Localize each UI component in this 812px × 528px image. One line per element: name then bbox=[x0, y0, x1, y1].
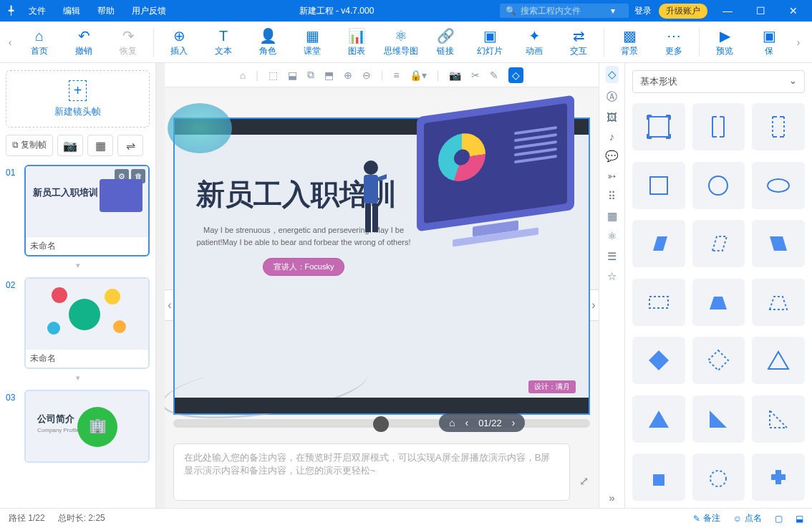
shape-dashed-brackets[interactable] bbox=[752, 103, 805, 150]
shape-parallelogram-alt[interactable] bbox=[752, 220, 805, 267]
expand-notes-icon[interactable]: ⤢ bbox=[579, 474, 589, 488]
ribbon-slides[interactable]: ▣幻灯片 bbox=[468, 22, 512, 62]
shape-trapezoid[interactable] bbox=[692, 279, 745, 326]
slide-thumbnail-1[interactable]: ⚙🗑 新员工入职培训 未命名 bbox=[24, 165, 150, 256]
upgrade-button[interactable]: 升级账户 bbox=[659, 4, 707, 19]
slide-thumbnail-3[interactable]: 公司简介 Company Profile 🏢 bbox=[24, 390, 150, 463]
zoom-out-icon[interactable]: ⊖ bbox=[362, 69, 371, 81]
tool-icon[interactable]: ⬒ bbox=[324, 69, 334, 81]
shapes-tab-icon[interactable]: ◇ bbox=[606, 66, 619, 83]
canvas-stage[interactable]: 新员工入职培训 May I be strenuous，energetic and… bbox=[173, 117, 590, 415]
search-input[interactable] bbox=[521, 6, 606, 16]
shape-square[interactable] bbox=[632, 162, 685, 209]
camera-icon[interactable]: 📷 bbox=[449, 69, 461, 81]
ribbon-bg[interactable]: ▩背景 bbox=[607, 22, 652, 62]
shape-rect-dashed[interactable] bbox=[632, 279, 685, 326]
ribbon-save[interactable]: ▣保 bbox=[747, 22, 791, 62]
play-next-icon[interactable]: › bbox=[512, 417, 516, 428]
shape-parallelogram-fill[interactable] bbox=[632, 220, 685, 267]
shape-trapezoid-dashed[interactable] bbox=[752, 279, 805, 326]
ribbon-insert[interactable]: ⊕插入 bbox=[157, 22, 201, 62]
apps-tab-icon[interactable]: ⠿ bbox=[608, 190, 616, 203]
ribbon-class[interactable]: ▦课堂 bbox=[290, 22, 334, 62]
ribbon-more[interactable]: ⋯更多 bbox=[652, 22, 696, 62]
shape-diamond[interactable] bbox=[632, 337, 685, 384]
shape-circle[interactable] bbox=[692, 162, 745, 209]
close-button[interactable]: ✕ bbox=[780, 5, 806, 16]
shape-partial[interactable] bbox=[632, 453, 685, 501]
slide-illustration[interactable] bbox=[417, 106, 574, 241]
home-icon[interactable]: ⌂ bbox=[240, 69, 246, 81]
layers-tab-icon[interactable]: ☰ bbox=[607, 250, 617, 263]
image-tab-icon[interactable]: 🖼 bbox=[606, 111, 617, 123]
shape-right-triangle[interactable] bbox=[692, 395, 745, 443]
shape-cross[interactable] bbox=[752, 453, 805, 501]
shape-circle-dashed[interactable] bbox=[692, 453, 745, 501]
shape-diamond-dashed[interactable] bbox=[692, 337, 745, 384]
shape-triangle-outline[interactable] bbox=[752, 337, 805, 384]
lock-icon[interactable]: 🔒▾ bbox=[410, 69, 427, 81]
status-layers-icon[interactable]: ⬓ bbox=[796, 512, 803, 524]
status-play-icon[interactable]: ▢ bbox=[775, 512, 783, 524]
ribbon-mindmap[interactable]: ⚛思维导图 bbox=[379, 22, 423, 62]
horizontal-scrollbar[interactable] bbox=[173, 419, 590, 428]
status-notes[interactable]: ✎ 备注 bbox=[693, 512, 720, 524]
ribbon-prev[interactable]: ‹ bbox=[3, 37, 17, 48]
menu-file[interactable]: 文件 bbox=[21, 2, 53, 20]
search-dropdown-icon[interactable]: ▾ bbox=[611, 6, 615, 16]
zoom-in-icon[interactable]: ⊕ bbox=[344, 69, 352, 81]
shape-right-triangle-dashed[interactable] bbox=[752, 395, 805, 443]
tool-icon[interactable]: ⬓ bbox=[288, 69, 297, 81]
atom-tab-icon[interactable]: ⚛ bbox=[607, 230, 617, 243]
camera-button[interactable]: 📷 bbox=[57, 135, 83, 156]
sidebar-scrollbar[interactable] bbox=[156, 63, 165, 508]
chat-tab-icon[interactable]: 💬 bbox=[605, 150, 619, 163]
ribbon-next[interactable]: › bbox=[791, 37, 806, 48]
play-prev-icon[interactable]: ‹ bbox=[465, 417, 468, 428]
login-link[interactable]: 登录 bbox=[634, 5, 652, 17]
menu-edit[interactable]: 编辑 bbox=[56, 2, 87, 20]
shape-ellipse[interactable] bbox=[752, 162, 805, 209]
status-roll[interactable]: ☺ 点名 bbox=[733, 512, 762, 524]
ribbon-anim[interactable]: ✦动画 bbox=[512, 22, 556, 62]
shape-square-outline[interactable] bbox=[632, 103, 685, 150]
collapse-icon[interactable]: ▾ bbox=[6, 373, 150, 383]
search-box[interactable]: 🔍 ▾ bbox=[500, 4, 629, 18]
qr-button[interactable]: ▦ bbox=[87, 135, 113, 156]
ribbon-link[interactable]: 🔗链接 bbox=[423, 22, 468, 62]
copy-frame-button[interactable]: ⧉ 复制帧 bbox=[6, 135, 53, 156]
slide-thumbnail-2[interactable]: 未命名 bbox=[24, 277, 150, 369]
ribbon-home[interactable]: ⌂首页 bbox=[17, 22, 62, 62]
menu-feedback[interactable]: 用户反馈 bbox=[125, 2, 173, 20]
maximize-button[interactable]: ☐ bbox=[748, 5, 773, 16]
tool-icon[interactable]: ⧉ bbox=[307, 69, 314, 81]
compass-tab-icon[interactable]: ➳ bbox=[607, 170, 617, 183]
ribbon-redo[interactable]: ↷恢复 bbox=[106, 22, 150, 62]
shuffle-button[interactable]: ⇌ bbox=[117, 135, 143, 156]
ribbon-role[interactable]: 👤角色 bbox=[246, 22, 290, 62]
grid-tab-icon[interactable]: ▦ bbox=[607, 210, 617, 223]
star-tab-icon[interactable]: ☆ bbox=[607, 270, 617, 283]
presenter-badge[interactable]: 宣讲人：Focusky bbox=[263, 258, 345, 276]
ribbon-interact[interactable]: ⇄交互 bbox=[556, 22, 601, 62]
crop-icon[interactable]: ✂ bbox=[471, 69, 480, 81]
shape-tool-icon[interactable]: ◇ bbox=[508, 67, 523, 83]
collapse-right-icon[interactable]: » bbox=[609, 491, 614, 504]
ribbon-preview[interactable]: ▶预览 bbox=[702, 22, 747, 62]
edit-icon[interactable]: ✎ bbox=[490, 69, 498, 81]
notes-textarea[interactable]: 在此处输入您的备注内容，在预览时开启双屏模式，可以实现A屏全屏播放演示内容，B屏… bbox=[173, 443, 570, 501]
align-icon[interactable]: ≡ bbox=[393, 69, 399, 81]
text-tab-icon[interactable]: Ⓐ bbox=[606, 90, 617, 104]
shape-triangle[interactable] bbox=[632, 395, 685, 443]
music-tab-icon[interactable]: ♪ bbox=[609, 130, 615, 143]
ribbon-chart[interactable]: 📊图表 bbox=[334, 22, 379, 62]
minimize-button[interactable]: — bbox=[715, 5, 740, 16]
ribbon-undo[interactable]: ↶撤销 bbox=[62, 22, 106, 62]
collapse-icon[interactable]: ▾ bbox=[6, 261, 150, 270]
menu-help[interactable]: 帮助 bbox=[90, 2, 122, 20]
tool-icon[interactable]: ⬚ bbox=[269, 69, 278, 81]
new-frame-button[interactable]: + 新建镜头帧 bbox=[6, 70, 150, 128]
shape-category-select[interactable]: 基本形状⌄ bbox=[632, 70, 805, 93]
shape-parallelogram-dashed[interactable] bbox=[692, 220, 745, 267]
play-home-icon[interactable]: ⌂ bbox=[449, 417, 455, 428]
